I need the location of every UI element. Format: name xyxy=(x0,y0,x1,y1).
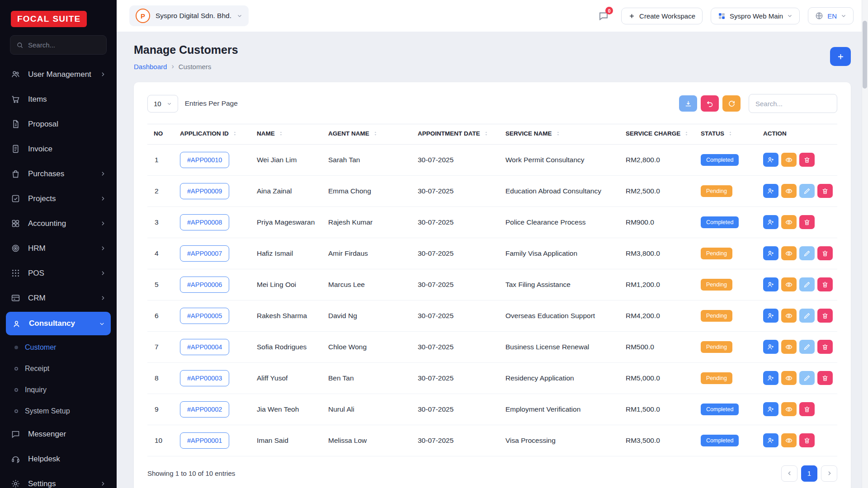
sidebar-subitem-system-setup[interactable]: System Setup xyxy=(0,400,117,422)
cell-agent-name: Sarah Tan xyxy=(324,144,413,175)
pagination-prev-button[interactable] xyxy=(781,465,797,482)
edit-button[interactable] xyxy=(799,184,815,198)
sidebar-subitem-receipt[interactable]: Receipt xyxy=(0,358,117,379)
sidebar-item-items[interactable]: Items xyxy=(0,87,117,112)
assign-button[interactable] xyxy=(763,402,778,416)
assign-button[interactable] xyxy=(763,309,778,323)
sidebar-item-crm[interactable]: CRM xyxy=(0,286,117,310)
app-switcher-button[interactable]: Syspro Web Main xyxy=(711,8,800,24)
view-button[interactable] xyxy=(781,309,797,323)
column-header-appointment-date[interactable]: APPOINTMENT DATE xyxy=(413,124,501,145)
table-row: 4#APP00007Hafiz IsmailAmir Firdaus30-07-… xyxy=(147,238,837,269)
table-row: 2#APP00009Aina ZainalEmma Chong30-07-202… xyxy=(147,175,837,206)
language-selector[interactable]: EN xyxy=(808,7,854,24)
delete-button[interactable] xyxy=(817,277,833,291)
sort-icon xyxy=(684,131,689,137)
assign-button[interactable] xyxy=(763,433,778,447)
language-label: EN xyxy=(827,12,837,20)
application-id-badge: #APP00001 xyxy=(180,432,229,449)
cell-name: Aliff Yusof xyxy=(252,362,324,394)
view-button[interactable] xyxy=(781,433,797,447)
delete-button[interactable] xyxy=(817,371,833,385)
sidebar-search-input[interactable] xyxy=(28,41,100,49)
sidebar-subitem-inquiry[interactable]: Inquiry xyxy=(0,379,117,400)
view-button[interactable] xyxy=(781,215,797,229)
window-scrollbar[interactable] xyxy=(862,0,868,488)
pagination-next-button[interactable] xyxy=(821,465,837,482)
delete-button[interactable] xyxy=(817,309,833,323)
view-button[interactable] xyxy=(781,340,797,354)
sidebar-item-settings[interactable]: Settings xyxy=(0,471,117,488)
edit-button[interactable] xyxy=(799,340,815,354)
delete-button[interactable] xyxy=(799,153,815,167)
table-search-input[interactable] xyxy=(755,100,830,108)
application-id-badge: #APP00006 xyxy=(180,277,229,293)
sidebar-subitem-customer[interactable]: Customer xyxy=(0,337,117,358)
undo-button[interactable] xyxy=(701,95,719,112)
sidebar-item-proposal[interactable]: Proposal xyxy=(0,112,117,136)
view-button[interactable] xyxy=(781,277,797,291)
sidebar-item-consultancy[interactable]: Consultancy xyxy=(6,312,111,335)
column-header-application-id[interactable]: APPLICATION ID xyxy=(175,124,252,145)
assign-button[interactable] xyxy=(763,371,778,385)
sidebar-item-label: Purchases xyxy=(28,169,92,178)
assign-button[interactable] xyxy=(763,215,778,229)
cell-service-name: Family Visa Application xyxy=(501,238,621,269)
view-button[interactable] xyxy=(781,371,797,385)
sidebar-item-user-management[interactable]: User Management xyxy=(0,62,117,87)
edit-button[interactable] xyxy=(799,277,815,291)
assign-button[interactable] xyxy=(763,246,778,260)
assign-button[interactable] xyxy=(763,340,778,354)
workspace-selector[interactable]: P Syspro Digital Sdn. Bhd. xyxy=(129,5,249,26)
delete-button[interactable] xyxy=(799,402,815,416)
assign-button[interactable] xyxy=(763,153,778,167)
application-id-badge: #APP00003 xyxy=(180,370,229,386)
breadcrumb-dashboard-link[interactable]: Dashboard xyxy=(134,63,167,70)
refresh-button[interactable] xyxy=(722,95,741,112)
cell-service-charge: RM1,500.0 xyxy=(621,394,696,425)
delete-button[interactable] xyxy=(817,340,833,354)
column-header-name[interactable]: NAME xyxy=(252,124,324,145)
view-button[interactable] xyxy=(781,402,797,416)
view-button[interactable] xyxy=(781,184,797,198)
column-header-service-charge[interactable]: SERVICE CHARGE xyxy=(621,124,696,145)
sidebar-item-invoice[interactable]: Invoice xyxy=(0,136,117,161)
delete-button[interactable] xyxy=(799,215,815,229)
column-header-agent-name[interactable]: AGENT NAME xyxy=(324,124,413,145)
messages-button[interactable]: 0 xyxy=(594,7,613,25)
sidebar-item-purchases[interactable]: Purchases xyxy=(0,161,117,186)
edit-button[interactable] xyxy=(799,371,815,385)
entries-per-page-select[interactable]: 10 xyxy=(147,95,178,113)
add-customer-button[interactable] xyxy=(830,47,851,66)
plus-icon xyxy=(836,52,845,61)
edit-button[interactable] xyxy=(799,309,815,323)
delete-button[interactable] xyxy=(799,433,815,447)
column-header-service-name[interactable]: SERVICE NAME xyxy=(501,124,621,145)
column-header-status[interactable]: STATUS xyxy=(696,124,759,145)
sidebar-item-accounting[interactable]: Accounting xyxy=(0,211,117,236)
chevron-down-icon xyxy=(237,13,242,19)
pagination-page-1[interactable]: 1 xyxy=(801,465,817,482)
sidebar-item-projects[interactable]: Projects xyxy=(0,186,117,211)
sidebar-item-hrm[interactable]: HRM xyxy=(0,236,117,261)
sidebar-item-label: Projects xyxy=(28,194,92,203)
view-button[interactable] xyxy=(781,246,797,260)
view-button[interactable] xyxy=(781,153,797,167)
create-workspace-button[interactable]: Create Workspace xyxy=(621,8,703,24)
sidebar-item-messenger[interactable]: Messenger xyxy=(0,422,117,446)
delete-button[interactable] xyxy=(817,246,833,260)
sidebar-item-helpdesk[interactable]: Helpdesk xyxy=(0,446,117,471)
edit-button[interactable] xyxy=(799,246,815,260)
entries-per-page-label: Entries Per Page xyxy=(185,99,238,108)
cell-agent-name: Amir Firdaus xyxy=(324,238,413,269)
assign-button[interactable] xyxy=(763,184,778,198)
scrollbar-thumb[interactable] xyxy=(863,21,867,89)
assign-button[interactable] xyxy=(763,277,778,291)
bullet-icon xyxy=(14,346,18,349)
application-id-badge: #APP00002 xyxy=(180,401,229,418)
sort-icon xyxy=(278,131,283,137)
sidebar-item-pos[interactable]: POS xyxy=(0,261,117,286)
export-button[interactable] xyxy=(679,95,697,112)
cell-service-name: Employment Verification xyxy=(501,394,621,425)
delete-button[interactable] xyxy=(817,184,833,198)
